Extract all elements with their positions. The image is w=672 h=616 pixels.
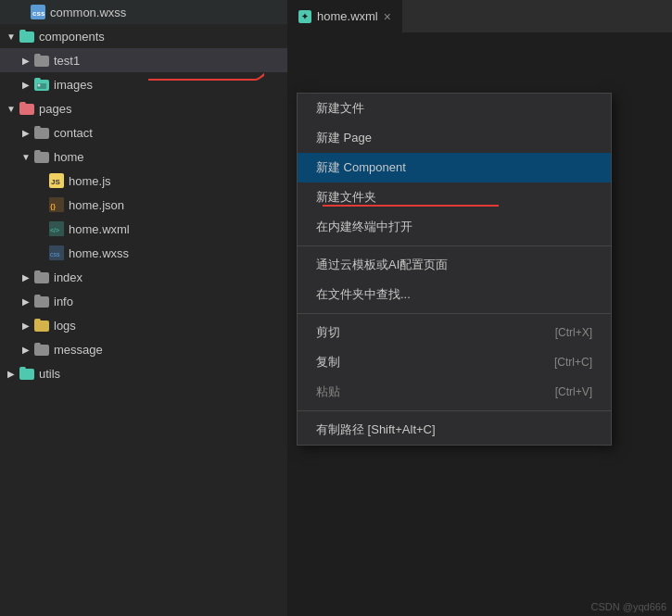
- utils-folder-icon: [19, 365, 35, 382]
- index-folder-icon: [33, 269, 50, 285]
- utils-label: utils: [39, 367, 60, 381]
- home-folder-icon: [33, 148, 50, 165]
- index-label: index: [54, 270, 82, 284]
- menu-cloud-template-label: 通过云模板或AI配置页面: [316, 257, 448, 273]
- tab-home-wxml[interactable]: ✦ home.wxml ×: [287, 0, 403, 33]
- tree-item-home-js[interactable]: JS home.js: [0, 169, 287, 193]
- index-arrow: [19, 272, 33, 283]
- menu-cloud-template[interactable]: 通过云模板或AI配置页面: [298, 250, 611, 280]
- logs-label: logs: [54, 319, 76, 333]
- images-folder-icon: [33, 76, 50, 93]
- menu-copy-shortcut: [Ctrl+C]: [554, 356, 592, 369]
- message-label: message: [54, 343, 103, 357]
- svg-text:css: css: [32, 9, 45, 18]
- file-tree: css common.wxss components test1 images …: [0, 0, 287, 616]
- tree-item-utils[interactable]: utils: [0, 361, 287, 385]
- tree-item-message[interactable]: message: [0, 337, 287, 361]
- menu-copy-path-label: 有制路径 [Shift+Alt+C]: [316, 421, 436, 438]
- menu-new-folder-label: 新建文件夹: [316, 189, 376, 206]
- js-icon: JS: [48, 172, 65, 189]
- svg-text:JS: JS: [51, 178, 60, 186]
- svg-text:{}: {}: [50, 202, 56, 210]
- menu-paste-label: 粘贴: [316, 383, 340, 400]
- tree-item-home[interactable]: home: [0, 145, 287, 169]
- menu-new-page-label: 新建 Page: [316, 130, 372, 146]
- tree-item-test1[interactable]: test1: [0, 48, 287, 72]
- wxss-icon: css: [30, 4, 46, 20]
- test1-arrow: [19, 56, 33, 66]
- menu-new-file[interactable]: 新建文件: [298, 94, 611, 123]
- menu-new-folder[interactable]: 新建文件夹: [298, 182, 611, 212]
- menu-new-component[interactable]: 新建 Component: [298, 153, 611, 182]
- menu-copy-path[interactable]: 有制路径 [Shift+Alt+C]: [298, 415, 611, 445]
- info-folder-icon: [33, 293, 50, 309]
- menu-cut-shortcut: [Ctrl+X]: [555, 326, 592, 339]
- home-js-label: home.js: [69, 174, 111, 188]
- test1-label: test1: [54, 54, 80, 68]
- tab-bar: ✦ home.wxml ×: [287, 0, 672, 33]
- common-wxss-label: common.wxss: [50, 6, 126, 19]
- svg-point-3: [38, 84, 41, 87]
- tree-item-components[interactable]: components: [0, 24, 287, 48]
- message-folder-icon: [33, 341, 50, 358]
- wxss-file-icon: css: [48, 245, 65, 261]
- tree-item-home-wxss[interactable]: css home.wxss: [0, 241, 287, 265]
- info-label: info: [54, 295, 73, 308]
- tab-home-wxml-label: home.wxml: [317, 9, 378, 23]
- tree-item-common-wxss[interactable]: css common.wxss: [0, 0, 287, 24]
- contact-label: contact: [54, 126, 93, 140]
- watermark: CSDN @yqd666: [591, 601, 666, 612]
- menu-new-file-label: 新建文件: [316, 100, 364, 117]
- images-label: images: [54, 78, 93, 92]
- utils-arrow: [4, 369, 19, 379]
- home-wxss-label: home.wxss: [69, 246, 129, 260]
- components-folder-icon: [19, 28, 35, 44]
- components-arrow: [4, 31, 19, 42]
- menu-find-in-folder-label: 在文件夹中查找...: [316, 286, 411, 303]
- tree-item-info[interactable]: info: [0, 289, 287, 313]
- context-menu: 新建文件 新建 Page 新建 Component 新建文件夹 在内建终端中打开…: [297, 93, 612, 446]
- tree-item-images[interactable]: images: [0, 72, 287, 96]
- svg-text:css: css: [50, 251, 60, 258]
- menu-copy[interactable]: 复制 [Ctrl+C]: [298, 347, 611, 377]
- home-json-label: home.json: [69, 198, 124, 212]
- message-arrow: [19, 345, 33, 355]
- pages-arrow: [4, 104, 19, 114]
- logs-arrow: [19, 321, 33, 331]
- tab-close-button[interactable]: ×: [384, 10, 391, 23]
- svg-text:</>: </>: [50, 227, 59, 233]
- info-arrow: [19, 296, 33, 307]
- menu-cut[interactable]: 剪切 [Ctrl+X]: [298, 318, 611, 347]
- menu-new-page[interactable]: 新建 Page: [298, 123, 611, 153]
- tree-item-home-wxml[interactable]: </> home.wxml: [0, 217, 287, 241]
- pages-label: pages: [39, 102, 71, 116]
- contact-arrow: [19, 128, 33, 138]
- json-icon: {}: [48, 196, 65, 213]
- wxml-file-icon: </>: [48, 220, 65, 237]
- contact-folder-icon: [33, 124, 50, 141]
- tab-wxml-icon: ✦: [298, 10, 311, 23]
- home-label: home: [54, 150, 84, 164]
- home-arrow: [19, 152, 33, 162]
- logs-folder-icon: [33, 317, 50, 333]
- menu-open-terminal-label: 在内建终端中打开: [316, 219, 412, 235]
- tree-item-index[interactable]: index: [0, 265, 287, 289]
- tree-item-home-json[interactable]: {} home.json: [0, 193, 287, 217]
- menu-new-component-label: 新建 Component: [316, 159, 406, 176]
- tree-item-logs[interactable]: logs: [0, 313, 287, 337]
- menu-find-in-folder[interactable]: 在文件夹中查找...: [298, 280, 611, 309]
- menu-cut-label: 剪切: [316, 324, 340, 341]
- menu-separator-1: [298, 245, 611, 246]
- tree-item-contact[interactable]: contact: [0, 120, 287, 145]
- components-label: components: [39, 30, 105, 44]
- menu-paste-shortcut: [Ctrl+V]: [555, 385, 592, 398]
- pages-folder-icon: [19, 100, 35, 117]
- menu-paste[interactable]: 粘贴 [Ctrl+V]: [298, 377, 611, 407]
- menu-copy-label: 复制: [316, 354, 340, 371]
- tree-item-pages[interactable]: pages: [0, 96, 287, 120]
- menu-separator-2: [298, 313, 611, 314]
- home-wxml-label: home.wxml: [69, 222, 130, 236]
- menu-separator-3: [298, 410, 611, 411]
- menu-open-terminal[interactable]: 在内建终端中打开: [298, 212, 611, 242]
- images-arrow: [19, 80, 33, 90]
